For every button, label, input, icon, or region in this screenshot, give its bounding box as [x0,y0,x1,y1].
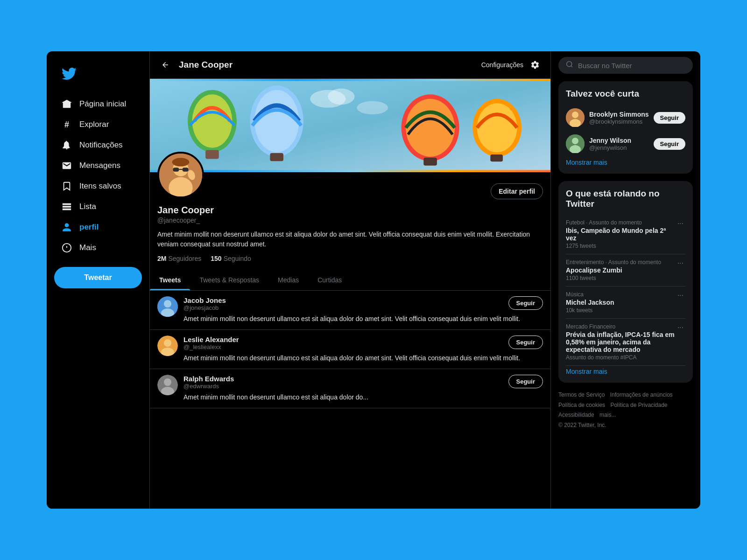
tweet-name: Leslie Alexander [183,336,239,343]
follow-button[interactable]: Seguir [508,375,543,388]
tweet-button[interactable]: Tweetar [54,267,142,288]
svg-point-8 [192,94,233,147]
sidebar-item-more[interactable]: Mais [54,238,142,258]
footer-link-cookies[interactable]: Política de cookies [558,402,605,408]
trend-name: Ibis, Campeão do Mundo pela 2ª vez [566,227,676,242]
follow-button[interactable]: Seguir [508,296,543,310]
following-stat[interactable]: 150 Seguindo [211,255,251,262]
svg-point-37 [164,378,171,386]
sidebar-item-home[interactable]: Página inicial [54,94,142,114]
tweet-content: Leslie Alexander @_lesliealexx Seguir Am… [183,336,543,363]
sidebar-item-more-label: Mais [79,243,96,252]
tweet-item[interactable]: Jacob Jones @jonesjacob Seguir Amet mini… [150,291,550,330]
trending-title: O que está rolando no Twitter [566,189,685,209]
sidebar-item-explore[interactable]: # Explorar [54,115,142,134]
profile-avatar [157,152,204,198]
suggest-follow-button[interactable]: Seguir [654,112,685,124]
main-content: Jane Cooper Configurações [149,51,551,509]
sidebar-item-bookmarks-label: Itens salvos [79,182,121,191]
sidebar-nav: Página inicial # Explorar Notificações [54,94,142,258]
mail-icon [62,161,72,171]
trend-more-icon[interactable]: ··· [676,219,685,228]
profile-bio: Amet minim mollit non deserunt ullamco e… [157,230,543,249]
followers-stat[interactable]: 2M Seguidores [157,255,201,262]
footer-link-more[interactable]: mais... [599,412,616,418]
tweet-avatar [157,296,178,317]
footer-links: Termos de Serviço Informações de anúncio… [558,390,693,430]
trend-more-icon[interactable]: ··· [676,291,685,300]
trend-item[interactable]: Música Michel Jackson 10k tweets ··· [566,287,685,319]
svg-point-24 [169,177,193,198]
trending-widget: O que está rolando no Twitter Futebol · … [558,181,693,383]
svg-point-34 [164,339,171,347]
tweet-text: Amet minim mollit non deserunt ullamco e… [183,392,543,402]
svg-point-17 [477,103,517,152]
sidebar-item-bookmarks[interactable]: Itens salvos [54,176,142,196]
trend-name: Michel Jackson [566,299,614,306]
trending-show-more-link[interactable]: Monstrar mais [566,368,685,375]
trend-count: 1275 tweets [566,243,676,249]
tweet-text: Amet minim mollit non deserunt ullamco e… [183,353,543,363]
trend-category: Mercado Financeiro [566,323,676,330]
tweet-user-info: Leslie Alexander @_lesliealexx [183,336,239,350]
search-box [558,57,693,74]
search-input[interactable] [578,62,685,70]
suggest-user-info: Jenny Wilson @jennywilson [589,137,631,151]
back-button[interactable] [157,57,173,73]
trend-item[interactable]: Mercado Financeiro Prévia da inflação, I… [566,319,685,366]
trend-more-icon[interactable]: ··· [676,323,685,332]
suggest-avatar [566,134,585,153]
footer-link-privacy[interactable]: Política de Privacidade [610,402,667,408]
trend-count: 10k tweets [566,307,614,314]
tweet-item[interactable]: Leslie Alexander @_lesliealexx Seguir Am… [150,330,550,369]
sidebar-item-explore-label: Explorar [79,120,109,129]
page-title: Jane Cooper [179,60,233,70]
profile-icon [62,222,72,232]
sidebar-item-profile-label: perfil [79,223,99,232]
svg-rect-0 [63,204,71,205]
tweet-text: Amet minim mollit non deserunt ullamco e… [183,314,543,324]
settings-label[interactable]: Configurações [481,61,523,69]
trend-item[interactable]: Futebol · Assunto do momento Ibis, Campe… [566,215,685,254]
suggest-follow-button[interactable]: Seguir [654,138,685,150]
settings-icon[interactable] [527,57,543,73]
sidebar-item-messages[interactable]: Mensagens [54,156,142,175]
suggest-user: Jenny Wilson @jennywilson [566,134,631,153]
footer-link-terms[interactable]: Termos de Serviço [558,392,605,398]
tweet-header: Leslie Alexander @_lesliealexx Seguir [183,336,543,350]
svg-point-31 [164,300,171,308]
bookmark-icon [62,181,72,191]
svg-point-20 [328,89,354,105]
bell-icon [62,140,72,150]
right-sidebar: Talvez você curta Brooklyn Simmons @broo… [551,51,700,509]
edit-profile-button[interactable]: Editar perfil [491,183,543,199]
tab-tweets[interactable]: Tweets [150,270,190,290]
svg-point-21 [357,101,388,115]
footer-link-ads[interactable]: Informações de anúncios [610,392,673,398]
svg-point-43 [572,138,578,144]
show-more-link[interactable]: Monstrar mais [566,159,685,166]
tab-likes[interactable]: Curtidas [308,270,351,290]
trend-more-icon[interactable]: ··· [676,259,685,267]
tweet-content: Ralph Edwards @edwrwards Seguir Amet min… [183,375,543,402]
profile-stats: 2M Seguidores 150 Seguindo [157,255,543,270]
svg-point-40 [572,112,578,118]
sidebar-item-notifications[interactable]: Notificações [54,135,142,155]
tweet-name: Ralph Edwards [183,375,234,383]
tab-replies[interactable]: Tweets & Respostas [190,270,268,290]
tab-media[interactable]: Medias [268,270,308,290]
following-label: Seguindo [224,255,251,262]
sidebar-item-lists-label: Lista [79,202,96,211]
footer-copyright: © 2022 Twitter, Inc. [558,422,606,428]
trend-name: Prévia da inflação, IPCA-15 fica em 0,58… [566,331,676,353]
footer-link-accessibility[interactable]: Acessibilidade [558,412,594,418]
profile-handle: @janecooper_ [157,217,543,224]
trend-info: Música Michel Jackson 10k tweets [566,291,614,314]
sidebar-item-lists[interactable]: Lista [54,197,142,217]
sidebar-item-profile[interactable]: perfil [54,217,142,237]
trend-item[interactable]: Entretenimento · Assunto do momento Apoc… [566,254,685,287]
followers-count: 2M [157,255,166,262]
tweet-item[interactable]: Ralph Edwards @edwrwards Seguir Amet min… [150,369,550,408]
suggest-handle: @jennywilson [589,144,631,151]
follow-button[interactable]: Seguir [508,336,543,349]
